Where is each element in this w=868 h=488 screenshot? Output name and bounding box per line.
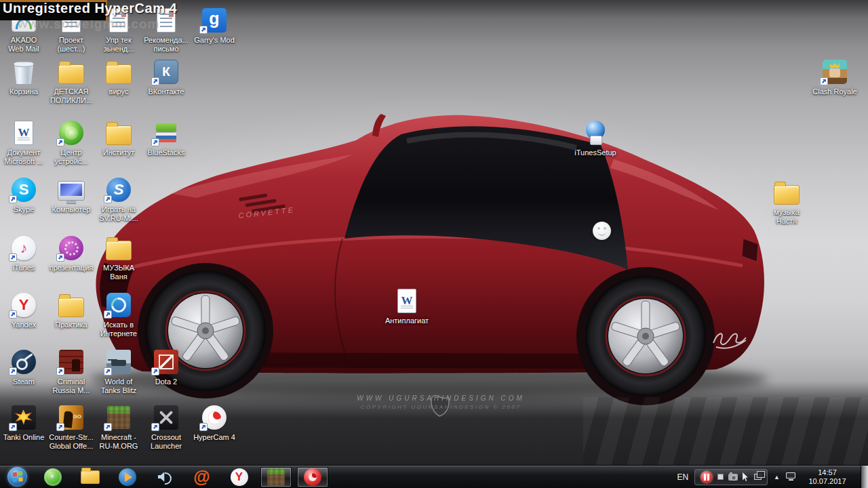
desktop-icon-музыка-настя[interactable]: музыка Настя (763, 179, 810, 226)
folder-icon (106, 241, 132, 260)
desktop-icon-label: МУЗЫКА Ваня (87, 264, 150, 281)
desktop-icon-играть-на-sv-ru-m[interactable]: Играть на SV.RU-M.... (95, 176, 142, 223)
mail-ru-icon (193, 468, 210, 485)
screenshot-icon[interactable] (728, 474, 738, 481)
word-icon (397, 289, 416, 313)
taskbar-button-media-player[interactable] (108, 466, 146, 488)
desktop-icon-искать-в-интернете[interactable]: Искать в Интернете (95, 291, 142, 338)
hypercam-tray-controls (694, 469, 768, 485)
language-indicator[interactable]: EN (677, 472, 688, 482)
taskbar-pinned-apps (34, 466, 331, 488)
tray-time: 14:57 (803, 468, 852, 477)
explorer-icon (81, 470, 100, 484)
taskbar-button-yandex-browser[interactable] (220, 466, 258, 488)
desktop-icon-garry-s-mod[interactable]: Garry's Mod (191, 7, 238, 45)
shortcut-arrow-icon (151, 423, 159, 431)
cursor-capture-icon[interactable] (743, 472, 749, 481)
taskbar-button-hypercam[interactable] (297, 467, 328, 487)
windows-logo-icon (7, 467, 27, 487)
media-player-icon (119, 468, 136, 486)
shortcut-arrow-icon (199, 26, 208, 34)
akado-icon (12, 13, 36, 32)
shortcut-arrow-icon (104, 310, 112, 319)
folder-icon (58, 298, 84, 317)
stop-recording-button[interactable] (717, 474, 724, 480)
volume-mixer-icon (156, 468, 174, 486)
desktop-icon-label: HyperCam 4 (183, 433, 245, 442)
window-select-icon[interactable] (754, 474, 762, 480)
desktop-icon-label: Garry's Mod (183, 36, 245, 45)
doc-icon (109, 8, 128, 33)
doc-icon (157, 8, 176, 33)
desktop-icon-label: Антиплагиат (376, 317, 438, 325)
yandex-browser-icon (231, 468, 248, 486)
taskbar-button-explorer[interactable] (71, 466, 108, 488)
hypercam-icon (304, 468, 321, 486)
taskbar-button-volume-mixer[interactable] (146, 466, 183, 488)
desktop-icon-центр-устройс[interactable]: Центр устройс... (47, 119, 95, 166)
desktop-icon-label: ВКонтакте (135, 87, 197, 96)
shortcut-arrow-icon (9, 367, 17, 375)
bin-icon (14, 62, 34, 85)
word-icon (14, 121, 33, 145)
desktop-icon-label: Dota 2 (135, 378, 197, 386)
screen: CORVETTE WWW UGURSAHINDESIGN COM COPYRIG… (0, 0, 868, 488)
folder-icon (774, 185, 800, 205)
desktop-icon-музыка-ваня[interactable]: МУЗЫКА Ваня (95, 235, 142, 281)
shortcut-arrow-icon (9, 423, 17, 431)
itunessetup-icon (583, 121, 608, 145)
desktop-icon-crossout-launcher[interactable]: Crossout Launcher (142, 404, 190, 451)
desktop-icon-hypercam-4[interactable]: HyperCam 4 (191, 404, 238, 442)
desktop-icon-рекоменда-письмо[interactable]: Рекоменда... письмо (142, 7, 190, 54)
taskbar-button-mediaget[interactable] (34, 466, 71, 488)
system-tray: EN ▲ 14:57 10.07.2017 (677, 466, 868, 488)
shortcut-arrow-icon (820, 77, 828, 85)
shortcut-arrow-icon (56, 253, 64, 262)
desktop-icon-антиплагиат[interactable]: Антиплагиат (383, 287, 431, 325)
taskbar-button-mail-ru[interactable] (183, 466, 220, 488)
show-desktop-button[interactable] (861, 466, 868, 488)
desktop-icons-layer: AKADO Web Mail Проект (шест...) Упр тек … (0, 0, 868, 465)
shortcut-arrow-icon (56, 367, 64, 375)
desktop-icon-детская-поликли[interactable]: ДЕТСКАЯ ПОЛИКЛИ... (47, 58, 95, 105)
desktop-icon-bluestacks[interactable]: BlueStacks (142, 119, 190, 157)
desktop-icon-вконтакте[interactable]: ВКонтакте (142, 58, 190, 96)
desktop-icon-dota-2[interactable]: Dota 2 (142, 348, 190, 386)
show-hidden-icons-button[interactable]: ▲ (774, 474, 780, 481)
shortcut-arrow-icon (56, 138, 64, 146)
minecraft-icon (267, 468, 285, 486)
folder-icon (58, 64, 84, 84)
desktop-icon-label: Clash Royale (804, 87, 866, 96)
clock[interactable]: 14:57 10.07.2017 (803, 468, 852, 486)
desktop[interactable]: CORVETTE WWW UGURSAHINDESIGN COM COPYRIG… (0, 0, 868, 465)
shortcut-arrow-icon (151, 367, 159, 375)
shortcut-arrow-icon (151, 138, 159, 146)
computer-icon (58, 181, 85, 201)
desktop-icon-label: Играть на SV.RU-M.... (87, 205, 150, 223)
folder-icon (106, 64, 132, 84)
network-icon[interactable] (786, 472, 797, 481)
mediaget-icon (44, 468, 62, 486)
shortcut-arrow-icon (9, 310, 17, 319)
taskbar-button-minecraft[interactable] (260, 467, 292, 487)
shortcut-arrow-icon (9, 253, 17, 262)
shortcut-arrow-icon (199, 423, 208, 431)
desktop-icon-clash-royale[interactable]: Clash Royale (811, 58, 859, 96)
taskbar: EN ▲ 14:57 10.07.2017 (0, 465, 868, 488)
shortcut-arrow-icon (104, 367, 112, 375)
pause-recording-button[interactable] (701, 471, 713, 483)
tray-date: 10.07.2017 (803, 477, 852, 486)
desktop-icon-label: iTunesSetup (564, 148, 627, 157)
desktop-icon-itunessetup[interactable]: iTunesSetup (572, 119, 619, 157)
shortcut-arrow-icon (151, 77, 159, 85)
start-button[interactable] (0, 466, 34, 488)
shortcut-arrow-icon (104, 195, 112, 203)
desktop-icon-label: музыка Настя (755, 208, 818, 226)
desktop-icon-world-of-tanks-blitz[interactable]: World of Tanks Blitz (95, 348, 142, 395)
desktop-icon-label: BlueStacks (135, 148, 197, 157)
shortcut-arrow-icon (56, 423, 64, 431)
shortcut-arrow-icon (104, 423, 112, 431)
desktop-icon-label: Искать в Интернете (87, 321, 150, 338)
doc-icon (62, 8, 81, 33)
shortcut-arrow-icon (9, 195, 17, 203)
